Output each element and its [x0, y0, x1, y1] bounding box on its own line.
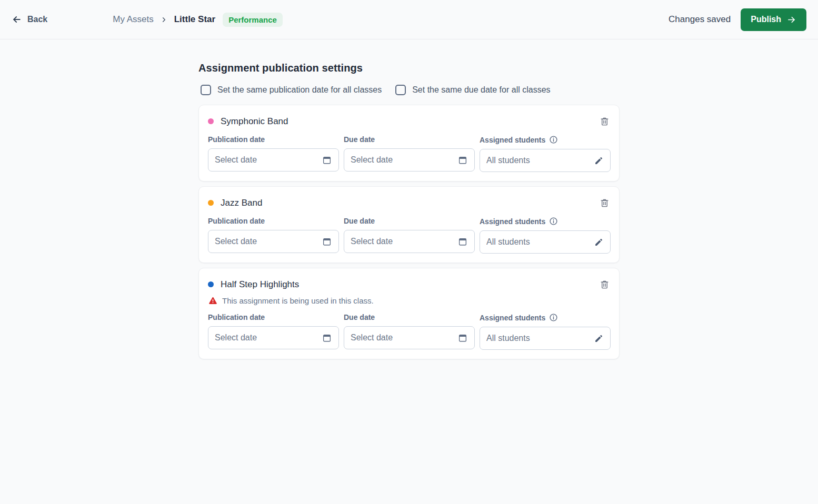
trash-icon: [600, 198, 610, 208]
edit-pencil-icon: [594, 238, 603, 247]
chevron-right-icon: [160, 16, 168, 24]
due-date-label: Due date: [344, 135, 475, 144]
assigned-students-input[interactable]: All students: [480, 230, 611, 254]
publication-date-label: Publication date: [208, 217, 339, 225]
arrow-right-icon: [786, 15, 796, 25]
breadcrumb-parent[interactable]: My Assets: [113, 14, 153, 25]
class-card: Half Step Highlights This assignment is …: [198, 268, 620, 359]
publication-date-input[interactable]: Select date: [208, 326, 339, 349]
class-card: Symphonic Band Publication date Select d…: [198, 105, 620, 182]
breadcrumb-current: Little Star: [174, 14, 215, 25]
checkbox-label: Set the same due date for all classes: [412, 85, 550, 95]
calendar-icon: [322, 237, 332, 246]
top-bar: Back My Assets Little Star Performance C…: [0, 0, 818, 39]
page-title: Assignment publication settings: [198, 62, 620, 74]
due-date-input[interactable]: Select date: [344, 230, 475, 253]
class-color-dot: [208, 281, 214, 287]
same-publication-date-checkbox[interactable]: Set the same publication date for all cl…: [201, 85, 382, 95]
due-date-label: Due date: [344, 313, 475, 321]
delete-class-button[interactable]: [598, 278, 611, 290]
publication-date-input[interactable]: Select date: [208, 148, 339, 172]
calendar-icon: [458, 333, 467, 342]
info-icon: [549, 217, 558, 226]
back-button[interactable]: Back: [12, 14, 47, 25]
checkbox-label: Set the same publication date for all cl…: [217, 85, 382, 95]
due-date-input[interactable]: Select date: [344, 148, 475, 172]
class-card: Jazz Band Publication date Select date D…: [198, 186, 620, 263]
warning-triangle-icon: [208, 296, 217, 305]
assigned-students-label: Assigned students: [480, 135, 611, 144]
back-arrow-icon: [12, 14, 22, 25]
class-color-dot: [208, 200, 214, 206]
edit-pencil-icon: [594, 334, 603, 343]
due-date-label: Due date: [344, 217, 475, 225]
main-content: Assignment publication settings Set the …: [198, 39, 620, 359]
class-name: Half Step Highlights: [221, 279, 299, 290]
publication-date-label: Publication date: [208, 135, 339, 144]
publish-label: Publish: [751, 15, 781, 24]
assigned-students-input[interactable]: All students: [480, 149, 611, 172]
due-date-input[interactable]: Select date: [344, 326, 475, 349]
publication-date-input[interactable]: Select date: [208, 230, 339, 253]
checkbox-icon: [201, 85, 211, 95]
breadcrumb: My Assets Little Star Performance: [113, 13, 283, 27]
calendar-icon: [458, 237, 467, 246]
info-icon: [549, 135, 558, 144]
delete-class-button[interactable]: [598, 115, 611, 127]
publication-date-label: Publication date: [208, 313, 339, 321]
info-icon: [549, 313, 558, 322]
calendar-icon: [458, 155, 467, 165]
class-color-dot: [208, 118, 214, 124]
assigned-students-input[interactable]: All students: [480, 327, 611, 350]
delete-class-button[interactable]: [598, 197, 611, 209]
trash-icon: [600, 116, 610, 126]
class-name: Jazz Band: [221, 198, 262, 208]
edit-pencil-icon: [594, 156, 603, 165]
back-label: Back: [27, 15, 47, 24]
checkbox-icon: [395, 85, 406, 95]
trash-icon: [600, 279, 610, 289]
calendar-icon: [322, 333, 332, 342]
class-warning: This assignment is being used in this cl…: [208, 296, 611, 305]
assigned-students-label: Assigned students: [480, 217, 611, 226]
performance-badge: Performance: [223, 13, 283, 27]
checkbox-row: Set the same publication date for all cl…: [201, 85, 620, 95]
class-name: Symphonic Band: [221, 116, 288, 127]
changes-saved-status: Changes saved: [669, 14, 731, 25]
warning-text: This assignment is being used in this cl…: [222, 296, 374, 305]
calendar-icon: [322, 155, 332, 165]
assigned-students-label: Assigned students: [480, 313, 611, 322]
same-due-date-checkbox[interactable]: Set the same due date for all classes: [395, 85, 550, 95]
publish-button[interactable]: Publish: [741, 8, 806, 31]
